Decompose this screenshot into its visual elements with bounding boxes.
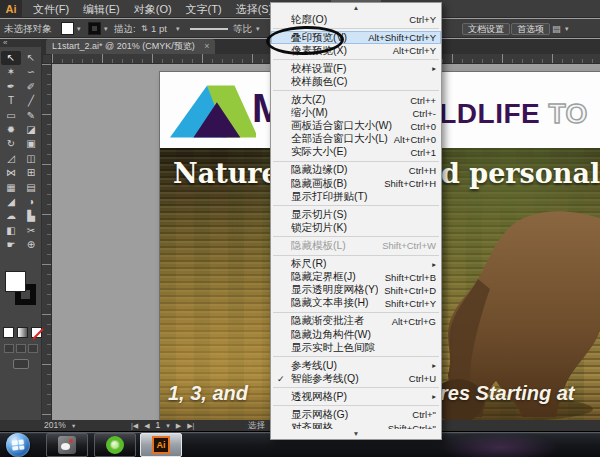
column-graph-tool[interactable]: ▙ bbox=[21, 209, 41, 223]
pen-tool[interactable]: ✒ bbox=[1, 80, 21, 94]
view-menu-item[interactable]: 缩小(M)Ctrl+- bbox=[271, 107, 441, 120]
menu-scroll-up-icon[interactable]: ▲ bbox=[271, 3, 441, 13]
prev-artboard-button[interactable]: ◀ bbox=[141, 420, 152, 431]
zoom-level-field[interactable]: 201% bbox=[44, 420, 66, 431]
view-menu-item[interactable]: 隐藏边缘(D)Ctrl+H bbox=[271, 164, 441, 177]
view-menu-item[interactable]: 隐藏边角构件(W) bbox=[271, 328, 441, 341]
line-segment-tool[interactable]: ╱ bbox=[21, 94, 41, 108]
taskbar-green-app-button[interactable] bbox=[94, 433, 136, 457]
document-tab[interactable]: L1start_2.ai* @ 201% (CMYK/预览) × bbox=[46, 39, 215, 54]
menu-scroll-down-icon[interactable]: ▼ bbox=[271, 429, 441, 439]
next-artboard-button[interactable]: ▶ bbox=[173, 420, 184, 431]
menubar-item-object[interactable]: 对象(O) bbox=[127, 0, 179, 18]
slice-tool[interactable]: ✂ bbox=[21, 224, 41, 238]
stroke-width-field[interactable]: 1 pt bbox=[151, 19, 167, 38]
vertical-ruler[interactable] bbox=[42, 64, 52, 420]
draw-behind-button[interactable] bbox=[16, 344, 26, 353]
view-menu-item[interactable]: 校样设置(F)▸ bbox=[271, 62, 441, 75]
stroke-stepper-icon[interactable]: ⇅ bbox=[141, 19, 148, 38]
eyedropper-tool[interactable]: ◢ bbox=[1, 195, 21, 209]
view-menu-item[interactable]: 显示透明度网格(Y)Shift+Ctrl+D bbox=[271, 284, 441, 297]
tools-panel-collapse-icon[interactable]: « bbox=[0, 39, 41, 47]
direct-selection-tool[interactable]: ↖ bbox=[21, 51, 41, 65]
free-transform-tool[interactable]: ▣ bbox=[21, 137, 41, 151]
app-logo-icon[interactable]: Ai bbox=[0, 0, 22, 18]
shape-builder-tool[interactable]: ◫ bbox=[21, 152, 41, 166]
selection-tool[interactable]: ↖ bbox=[1, 51, 21, 65]
type-tool[interactable]: T bbox=[1, 94, 21, 108]
menubar-item-type[interactable]: 文字(T) bbox=[179, 0, 229, 18]
artboard-number-field[interactable]: 1 bbox=[153, 420, 164, 431]
rectangle-tool[interactable]: ▭ bbox=[1, 109, 21, 123]
scale-tool[interactable]: ◿ bbox=[1, 152, 21, 166]
screen-mode-button[interactable] bbox=[13, 359, 29, 369]
symbol-sprayer-tool[interactable]: ☁ bbox=[1, 209, 21, 223]
view-menu-item[interactable]: 轮廓(O)Ctrl+Y bbox=[271, 13, 441, 26]
gradient-mode-button[interactable] bbox=[17, 327, 28, 338]
last-artboard-button[interactable]: ▶| bbox=[184, 420, 197, 431]
magic-wand-tool[interactable]: ✶ bbox=[1, 65, 21, 79]
menu-item-label: 显示网格(G) bbox=[291, 408, 406, 422]
view-menu-item[interactable]: 校样颜色(C) bbox=[271, 75, 441, 88]
artboard-tool[interactable]: ◧ bbox=[1, 224, 21, 238]
width-tool[interactable]: ⋈ bbox=[1, 166, 21, 180]
panel-options-icon[interactable]: ▤ bbox=[552, 19, 561, 38]
rotate-tool[interactable]: ↻ bbox=[1, 137, 21, 151]
tab-close-icon[interactable]: × bbox=[204, 41, 209, 51]
artboard-number-chevron[interactable]: ▾ bbox=[163, 420, 173, 431]
view-menu-item[interactable]: 显示切片(S) bbox=[271, 208, 441, 221]
view-menu-item[interactable]: 显示网格(G)Ctrl+" bbox=[271, 408, 441, 421]
view-menu-item[interactable]: 放大(Z)Ctrl++ bbox=[271, 93, 441, 106]
taskbar-photo-app-button[interactable] bbox=[46, 433, 88, 457]
stroke-color-swatch[interactable] bbox=[88, 22, 101, 35]
view-menu-item[interactable]: 参考线(U)▸ bbox=[271, 359, 441, 372]
view-menu-item[interactable]: 显示打印拼贴(T) bbox=[271, 190, 441, 203]
pencil-tool[interactable]: ✎ bbox=[21, 109, 41, 123]
zoom-tool[interactable]: ⊕ bbox=[21, 238, 41, 252]
blob-brush-tool[interactable]: ✹ bbox=[1, 123, 21, 137]
fill-swatch[interactable] bbox=[5, 271, 26, 292]
view-menu-item[interactable]: 隐藏定界框(J)Shift+Ctrl+B bbox=[271, 271, 441, 284]
tool-grid: ↖↖✶∽✒✐T╱▭✎✹◪↻▣◿◫⋈⊞▦▤◢◑☁▙◧✂☛⊕ bbox=[0, 47, 41, 252]
draw-inside-button[interactable] bbox=[28, 344, 38, 353]
menubar-item-file[interactable]: 文件(F) bbox=[26, 0, 76, 18]
perspective-grid-tool[interactable]: ⊞ bbox=[21, 166, 41, 180]
stroke-profile-select[interactable]: 等比 bbox=[233, 19, 252, 38]
view-menu-item[interactable]: 隐藏文本串接(H)Shift+Ctrl+Y bbox=[271, 297, 441, 310]
ruler-origin[interactable] bbox=[42, 54, 52, 64]
document-setup-button[interactable]: 文档设置 bbox=[462, 23, 510, 35]
gradient-tool[interactable]: ▤ bbox=[21, 181, 41, 195]
view-menu-item[interactable]: 透视网格(P)▸ bbox=[271, 390, 441, 403]
menubar-item-edit[interactable]: 编辑(E) bbox=[76, 0, 127, 18]
view-menu-item[interactable]: ✓智能参考线(Q)Ctrl+U bbox=[271, 372, 441, 385]
view-menu-item[interactable]: 对齐网格Shift+Ctrl+" bbox=[271, 422, 441, 429]
stroke-width-chevron-icon[interactable]: ▾ bbox=[176, 19, 180, 38]
blend-tool[interactable]: ◑ bbox=[21, 195, 41, 209]
fill-chevron-icon[interactable]: ▾ bbox=[77, 19, 81, 38]
fill-color-swatch[interactable] bbox=[61, 22, 74, 35]
view-menu-item[interactable]: 隐藏渐变批注者Alt+Ctrl+G bbox=[271, 315, 441, 328]
zoom-level-chevron-icon[interactable]: ▾ bbox=[72, 420, 75, 431]
mesh-tool[interactable]: ▦ bbox=[1, 181, 21, 195]
color-mode-button[interactable] bbox=[3, 327, 14, 338]
lasso-tool[interactable]: ∽ bbox=[21, 65, 41, 79]
view-menu-item[interactable]: 实际大小(E)Ctrl+1 bbox=[271, 146, 441, 159]
view-menu-item[interactable]: 画板适合窗口大小(W)Ctrl+0 bbox=[271, 120, 441, 133]
view-menu-item[interactable]: 隐藏画板(B)Shift+Ctrl+H bbox=[271, 177, 441, 190]
none-mode-button[interactable] bbox=[31, 327, 42, 338]
stroke-chevron-icon[interactable]: ▾ bbox=[104, 19, 108, 38]
start-button[interactable] bbox=[6, 433, 30, 457]
preferences-button[interactable]: 首选项 bbox=[511, 23, 550, 35]
eraser-tool[interactable]: ◪ bbox=[21, 123, 41, 137]
taskbar-illustrator-button[interactable]: Ai bbox=[140, 433, 182, 457]
hand-tool[interactable]: ☛ bbox=[1, 238, 21, 252]
paintbrush-tool[interactable]: ✐ bbox=[21, 80, 41, 94]
draw-normal-button[interactable] bbox=[4, 344, 14, 353]
stroke-profile-chevron-icon[interactable]: ▾ bbox=[256, 19, 260, 38]
view-menu-item[interactable]: 标尺(R)▸ bbox=[271, 258, 441, 271]
view-menu-item[interactable]: 锁定切片(K) bbox=[271, 221, 441, 234]
panel-options-chevron-icon[interactable]: ▾ bbox=[565, 19, 569, 38]
first-artboard-button[interactable]: |◀ bbox=[128, 420, 141, 431]
view-menu-item[interactable]: 显示实时上色间隙 bbox=[271, 341, 441, 354]
view-menu-item[interactable]: 全部适合窗口大小(L)Alt+Ctrl+0 bbox=[271, 133, 441, 146]
